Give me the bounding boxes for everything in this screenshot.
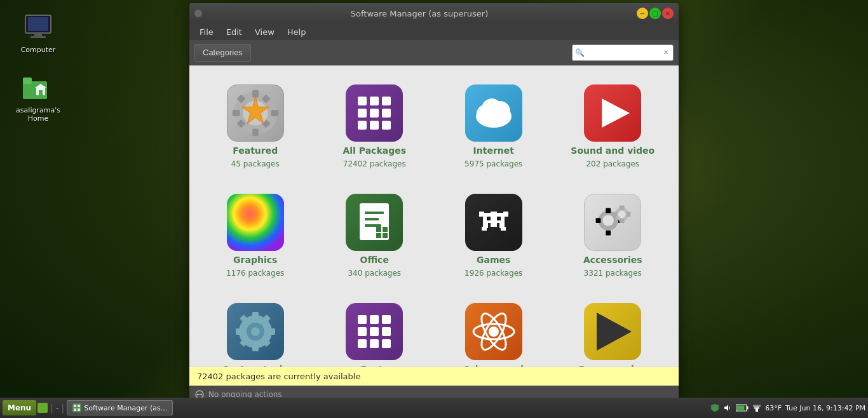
category-accessories[interactable]: Accessories 3321 packages: [560, 187, 667, 284]
statusbar: 72402 packages are currently available: [189, 367, 679, 386]
internet-icon: [465, 84, 522, 142]
svg-rect-51: [606, 231, 611, 236]
svg-rect-81: [74, 405, 76, 407]
featured-name: Featured: [233, 145, 278, 156]
svg-rect-39: [487, 217, 491, 220]
graphics-icon: [227, 194, 284, 251]
svg-rect-61: [252, 312, 259, 318]
taskbar-tray: 63°F Tue Jun 16, 9:13:42 PM: [710, 403, 865, 412]
svg-point-49: [603, 215, 614, 226]
desktop-icon-home[interactable]: asaligrama's Home: [13, 73, 64, 123]
taskbar-separator: |: [49, 403, 55, 413]
svg-rect-33: [376, 233, 381, 238]
taskbar-dash: -: [56, 403, 59, 413]
all-icon: [346, 84, 403, 142]
all-grid: [353, 91, 396, 135]
sound-icon: [584, 84, 641, 142]
categories-button[interactable]: Categories: [194, 44, 251, 62]
accessories-count: 3321 packages: [584, 269, 642, 278]
svg-rect-45: [501, 227, 506, 231]
category-featured[interactable]: Featured 45 packages: [202, 78, 309, 175]
svg-rect-47: [503, 212, 508, 217]
all-count: 72402 packages: [343, 159, 406, 168]
close-button[interactable]: ✕: [662, 8, 674, 19]
menubar: File Edit View Help: [189, 24, 679, 40]
taskbar-time: Tue Jun 16, 9:13:42 PM: [785, 404, 865, 412]
category-games[interactable]: Games 1926 packages: [440, 187, 547, 284]
svg-point-78: [197, 394, 199, 396]
category-programming[interactable]: Programming 5101 packages: [560, 297, 667, 367]
taskbar-app-button[interactable]: Software Manager (as...: [67, 400, 173, 415]
svg-rect-14: [271, 110, 278, 116]
svg-rect-56: [620, 206, 625, 210]
category-sound[interactable]: Sound and video 202 packages: [560, 78, 667, 175]
system-icon: [227, 303, 284, 360]
svg-rect-31: [376, 227, 381, 232]
programming-icon: [584, 303, 641, 360]
taskbar-separator2: |: [60, 403, 66, 413]
minimize-button[interactable]: −: [637, 8, 648, 19]
speaker-icon: [723, 403, 732, 412]
svg-rect-57: [620, 219, 625, 223]
category-graphics[interactable]: Graphics 1176 packages: [202, 187, 309, 284]
category-all[interactable]: All Packages 72402 packages: [322, 78, 428, 175]
search-icon: 🔍: [575, 48, 585, 57]
battery-icon: [736, 404, 749, 412]
svg-rect-13: [233, 110, 240, 116]
all-name: All Packages: [342, 145, 406, 156]
toolbar: Categories 🔍 ✕: [189, 40, 679, 65]
sound-count: 202 packages: [586, 159, 639, 168]
app-icon: [72, 403, 81, 412]
menu-help[interactable]: Help: [282, 26, 311, 38]
svg-rect-26: [227, 194, 284, 251]
svg-marker-75: [597, 313, 632, 351]
category-science[interactable]: Science and Education 2400 packages: [440, 297, 547, 367]
svg-rect-46: [479, 212, 484, 217]
search-input[interactable]: [587, 48, 663, 57]
category-office[interactable]: Office 340 packages: [322, 187, 428, 284]
computer-label: Computer: [21, 46, 56, 54]
status-message: 72402 packages are currently available: [197, 372, 360, 381]
svg-rect-83: [74, 408, 76, 411]
category-internet[interactable]: Internet 5975 packages: [440, 78, 547, 175]
taskbar-green-icon[interactable]: [37, 403, 48, 413]
accessories-icon: [584, 194, 641, 251]
svg-marker-85: [724, 405, 728, 411]
svg-rect-9: [39, 90, 43, 95]
shield-icon: [710, 403, 719, 412]
svg-rect-64: [269, 328, 275, 335]
svg-rect-28: [365, 212, 384, 214]
svg-rect-82: [78, 405, 80, 407]
svg-rect-58: [613, 212, 617, 217]
search-box: 🔍 ✕: [572, 44, 674, 61]
svg-point-71: [489, 327, 499, 337]
menu-file[interactable]: File: [194, 26, 219, 38]
graphics-count: 1176 packages: [226, 269, 284, 278]
svg-rect-62: [252, 345, 259, 351]
network-icon: [752, 403, 761, 412]
maximize-button[interactable]: □: [649, 8, 661, 19]
svg-rect-87: [747, 407, 749, 410]
games-icon: [465, 194, 522, 251]
search-clear-button[interactable]: ✕: [663, 49, 668, 56]
internet-count: 5975 packages: [465, 159, 522, 168]
svg-rect-34: [383, 233, 388, 238]
menu-edit[interactable]: Edit: [221, 26, 247, 38]
desktop-icons: Computer asaligrama's Home: [13, 13, 64, 123]
categories-grid: Featured 45 packages All Packages 72402 …: [202, 78, 666, 367]
home-folder-icon: [23, 73, 53, 104]
svg-point-79: [201, 394, 203, 396]
svg-point-70: [251, 327, 260, 336]
desktop: Computer asaligrama's Home Software: [0, 0, 868, 418]
menu-view[interactable]: View: [250, 26, 280, 38]
svg-point-55: [618, 210, 626, 218]
taskbar-menu-button[interactable]: Menu: [3, 400, 36, 415]
desktop-icon-computer[interactable]: Computer: [13, 13, 64, 54]
svg-rect-63: [236, 328, 242, 335]
category-fonts[interactable]: Fonts 302 packages: [322, 297, 428, 367]
svg-rect-32: [383, 227, 388, 232]
svg-rect-38: [483, 217, 505, 223]
svg-rect-42: [491, 223, 497, 227]
category-system[interactable]: System tools 2105 packages: [202, 297, 309, 367]
window-dot: [194, 10, 202, 17]
